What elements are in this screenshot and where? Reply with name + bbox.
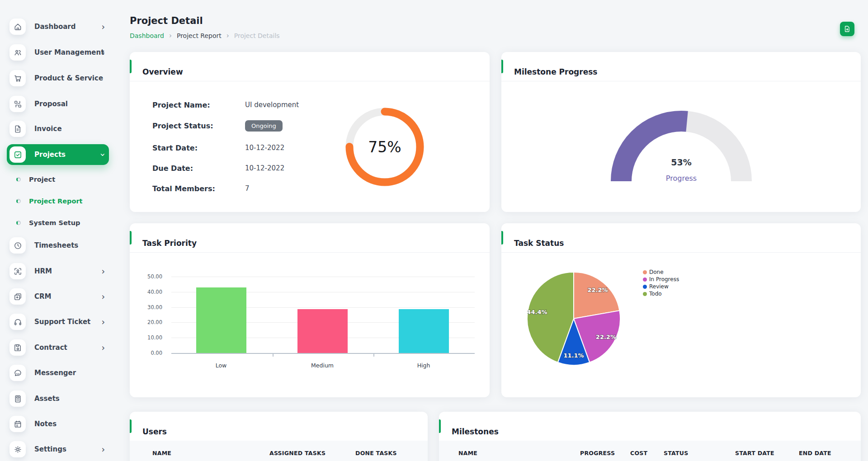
sidebar-item-contract[interactable]: Contract › — [7, 337, 109, 358]
breadcrumb-separator: › — [226, 32, 229, 40]
sidebar-item-label: Product & Service — [34, 74, 103, 82]
milestones-table-card: Milestones NAMEPROGRESSCOSTSTATUSSTART D… — [439, 412, 861, 461]
check-square-icon — [9, 146, 26, 163]
sidebar-item-label: Settings — [34, 445, 66, 453]
card-accent-bar — [439, 419, 441, 433]
sidebar-item-hrm[interactable]: HRM › — [7, 261, 109, 282]
sidebar-item-label: Contract — [34, 343, 67, 352]
x-axis-line — [171, 353, 475, 354]
pie-svg: 22.2%22.2%11.1%44.4% — [527, 272, 620, 365]
sidebar-item-support-ticket[interactable]: Support Ticket › — [7, 311, 109, 332]
x-axis-category-label: Medium — [295, 362, 349, 369]
sidebar-subitem-project-report[interactable]: Project Report — [14, 195, 108, 207]
sub-bullet-icon — [16, 199, 21, 203]
export-report-button[interactable] — [840, 22, 854, 36]
column-header: NAME — [152, 450, 171, 456]
field-value: UI development — [245, 101, 299, 109]
sidebar-subitem-system-setup[interactable]: System Setup — [14, 217, 108, 229]
chevron-down-icon: › — [99, 153, 108, 156]
breadcrumb-current-page: Project Details — [234, 32, 280, 39]
bar-medium — [297, 309, 348, 353]
users-icon — [9, 44, 26, 61]
y-axis-tick-label: 30.00 — [135, 304, 162, 310]
task-status-pie-chart: 22.2%22.2%11.1%44.4% — [527, 272, 620, 365]
sidebar-item-label: Project — [29, 176, 55, 183]
breadcrumb-dashboard-link[interactable]: Dashboard — [130, 32, 164, 39]
card-title: Users — [142, 427, 167, 436]
legend-item-in-progress: In Progress — [643, 276, 679, 283]
legend-label: Todo — [649, 291, 662, 297]
overview-field-total-members: Total Members: 7 — [152, 182, 250, 195]
pie-slice-label: 22.2% — [596, 334, 616, 340]
sidebar-subitem-project[interactable]: Project — [14, 174, 108, 185]
legend-dot — [643, 278, 647, 282]
sidebar-item-label: User Management — [34, 48, 104, 56]
legend-label: Review — [649, 283, 669, 290]
breadcrumb-separator: › — [169, 32, 172, 40]
card-accent-bar — [501, 231, 503, 245]
sidebar-item-label: HRM — [34, 267, 52, 275]
overview-field-start-date: Start Date: 10-12-2022 — [152, 141, 284, 155]
chevron-right-icon: › — [101, 343, 105, 352]
page-title: Project Detail — [130, 15, 203, 26]
sidebar-item-user-management[interactable]: User Management › — [7, 42, 109, 63]
page-background: Dashboard › User Management › Product & … — [0, 0, 868, 461]
breadcrumb-project-report-link[interactable]: Project Report — [177, 32, 222, 39]
sidebar-item-label: Invoice — [34, 125, 62, 133]
overview-card: Overview Project Name: UI development Pr… — [130, 52, 490, 212]
y-axis-tick-label: 40.00 — [135, 289, 162, 295]
sidebar-item-label: Assets — [34, 395, 60, 403]
column-header: COST — [630, 450, 647, 456]
legend-label: In Progress — [649, 276, 679, 282]
chevron-right-icon: › — [101, 318, 105, 326]
card-title: Milestone Progress — [514, 67, 597, 76]
sidebar-item-crm[interactable]: CRM › — [7, 286, 109, 307]
card-title: Milestones — [452, 427, 499, 436]
breadcrumb: Dashboard › Project Report › Project Det… — [130, 32, 280, 40]
pie-legend: DoneIn ProgressReviewTodo — [643, 268, 679, 297]
file-invoice-icon — [9, 121, 26, 137]
sidebar-item-settings[interactable]: Settings › — [7, 439, 109, 460]
sidebar-item-label: System Setup — [29, 219, 80, 226]
cart-icon — [9, 70, 26, 86]
sidebar-item-notes[interactable]: Notes — [7, 414, 109, 434]
sidebar-item-label: Dashboard — [34, 23, 75, 31]
headphones-icon — [9, 314, 26, 330]
sidebar-item-projects[interactable]: Projects › — [7, 144, 109, 165]
chevron-right-icon: › — [101, 48, 105, 57]
sidebar-item-product-service[interactable]: Product & Service — [7, 68, 109, 89]
field-label: Total Members: — [152, 184, 245, 193]
sidebar-item-dashboard[interactable]: Dashboard › — [7, 16, 109, 37]
sidebar-item-timesheets[interactable]: Timesheets — [7, 235, 109, 256]
legend-dot — [643, 292, 647, 296]
task-status-card: Task Status 22.2%22.2%11.1%44.4% DoneIn … — [501, 223, 861, 397]
column-header: ASSIGNED TASKS — [269, 450, 326, 456]
column-header: NAME — [458, 450, 477, 456]
sidebar-item-label: Notes — [34, 420, 57, 428]
y-axis-tick-label: 10.00 — [135, 334, 162, 341]
column-header: DONE TASKS — [355, 450, 397, 456]
legend-label: Done — [649, 269, 664, 275]
sub-bullet-icon — [16, 221, 21, 225]
field-value: 7 — [245, 184, 250, 193]
legend-dot — [643, 270, 647, 274]
calculator-icon — [9, 390, 26, 407]
status-badge: Ongoing — [245, 120, 283, 132]
sidebar-item-label: CRM — [34, 292, 52, 301]
sidebar-item-proposal[interactable]: Proposal — [7, 94, 109, 114]
gauge-sublabel: Progress — [611, 174, 752, 183]
id-card-icon — [9, 288, 26, 305]
sidebar-item-label: Timesheets — [34, 241, 78, 249]
floppy-icon — [9, 339, 26, 356]
legend-dot — [643, 285, 647, 289]
sidebar-item-messenger[interactable]: Messenger — [7, 362, 109, 383]
x-axis-tick — [273, 354, 274, 357]
pie-slice-label: 44.4% — [527, 309, 547, 315]
sidebar-item-label: Support Ticket — [34, 318, 90, 326]
file-export-icon — [844, 25, 851, 33]
card-title: Task Status — [514, 239, 564, 248]
sidebar-item-invoice[interactable]: Invoice — [7, 118, 109, 139]
sidebar-item-assets[interactable]: Assets — [7, 388, 109, 409]
overview-field-project-status: Project Status: Ongoing — [152, 119, 283, 132]
bar-low — [196, 287, 246, 353]
